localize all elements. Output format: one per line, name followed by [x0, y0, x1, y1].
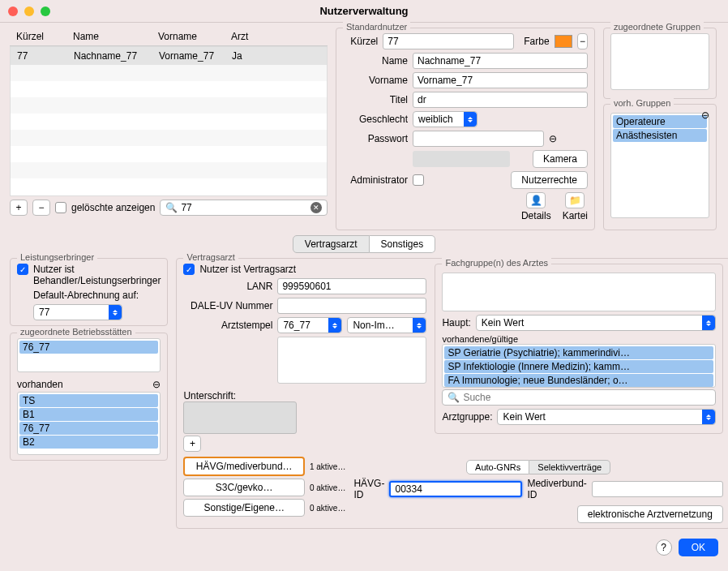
assigned-groups-title: zugeordnete Gruppen	[610, 22, 704, 32]
assigned-groups-list[interactable]	[610, 33, 709, 90]
details-button[interactable]: 👤Details	[521, 192, 551, 221]
col-arzt[interactable]: Arzt	[225, 28, 328, 46]
remove-user-button[interactable]: −	[32, 200, 50, 216]
gear-icon[interactable]: ⊖	[701, 109, 709, 121]
havg-id-label: HÄVG-ID	[353, 478, 384, 500]
add-signature-button[interactable]: +	[183, 436, 201, 452]
vertragsarzt-checkbox[interactable]: ✓	[183, 264, 195, 275]
search-icon: 🔍	[448, 392, 460, 403]
lanr-input[interactable]	[277, 278, 426, 294]
lanr-label: LANR	[183, 281, 272, 292]
stempel-label: Arztstempel	[183, 320, 272, 331]
stempel-select-1[interactable]: 76_77	[277, 317, 342, 333]
s3c-row-button[interactable]: S3C/gevko…	[183, 479, 305, 496]
behandler-label: Nutzer ist Behandler/Leistungserbringer	[33, 264, 161, 286]
arztgruppe-select[interactable]: Kein Wert	[497, 409, 715, 425]
behandler-checkbox[interactable]: ✓	[17, 264, 28, 275]
search-icon: 🔍	[165, 202, 178, 213]
ok-button[interactable]: OK	[679, 539, 718, 556]
list-item[interactable]: FA Immunologie; neue Bundesländer; o…	[444, 374, 713, 387]
leistungserbringer-panel: Leistungserbringer ✓ Nutzer ist Behandle…	[10, 258, 168, 326]
titel-input[interactable]	[413, 92, 588, 108]
fach-available-list[interactable]: SP Geriatrie (Psychiatrie); kammerindivi…	[442, 344, 715, 388]
standardnutzer-panel: Standardnutzer Kürzel Farbe − Name Vorna…	[336, 28, 595, 230]
main-tabs: Vertragsarzt Sonstiges	[10, 235, 718, 253]
show-deleted-label: gelöschte anzeigen	[71, 202, 155, 213]
show-deleted-checkbox[interactable]	[55, 202, 66, 213]
tab-auto-gnrs[interactable]: Auto-GNRs	[466, 460, 529, 474]
admin-label: Administrator	[343, 174, 408, 186]
col-name[interactable]: Name	[66, 28, 152, 46]
nutzerrechte-button[interactable]: Nutzerrechte	[511, 171, 588, 189]
kuerzel-input[interactable]	[383, 33, 514, 49]
list-item[interactable]: Operateure	[613, 115, 707, 128]
available-groups-title: vorh. Gruppen	[610, 98, 674, 108]
vorname-label: Vorname	[343, 75, 408, 86]
list-item[interactable]: SP Geriatrie (Psychiatrie); kammerindivi…	[444, 346, 713, 359]
name-input[interactable]	[413, 53, 588, 69]
kuerzel-label: Kürzel	[343, 36, 378, 47]
list-item[interactable]: Anästhesisten	[613, 129, 707, 142]
kartei-button[interactable]: 📁Kartei	[563, 192, 588, 221]
tab-selektivvertraege[interactable]: Selektivverträge	[529, 460, 610, 474]
color-swatch[interactable]	[555, 35, 573, 48]
dale-label: DALE-UV Nummer	[183, 300, 272, 311]
sonstige-count: 0 aktive…	[310, 504, 345, 513]
default-abrechnung-select[interactable]: 77	[33, 304, 122, 320]
list-item[interactable]: B1	[19, 408, 158, 421]
remove-color-button[interactable]: −	[577, 33, 588, 49]
geschlecht-label: Geschlecht	[343, 114, 408, 125]
list-item[interactable]: 76_77	[19, 422, 158, 435]
col-kuerzel[interactable]: Kürzel	[10, 28, 66, 46]
passwort-input[interactable]	[413, 131, 544, 147]
mediverbund-id-label: Mediverbund-ID	[527, 478, 586, 500]
fachgruppen-panel: Fachgruppe(n) des Arztes Haupt: Kein Wer…	[435, 264, 722, 434]
s3c-count: 0 aktive…	[310, 483, 345, 492]
vorname-input[interactable]	[413, 72, 588, 88]
available-betrieb-list[interactable]: TS B1 76_77 B2	[17, 392, 161, 455]
person-icon: 👤	[526, 192, 546, 208]
geschlecht-select[interactable]: weiblich	[413, 111, 477, 127]
add-user-button[interactable]: +	[10, 200, 28, 216]
admin-checkbox[interactable]	[413, 174, 424, 186]
help-button[interactable]: ?	[656, 539, 672, 556]
search-input[interactable]	[181, 202, 307, 213]
stempel-preview	[277, 337, 426, 384]
haevg-count: 1 aktive…	[310, 462, 345, 471]
list-item[interactable]: B2	[19, 436, 158, 449]
table-row[interactable]: 77 Nachname_77 Vorname_77 Ja	[11, 47, 327, 65]
cell-name: Nachname_77	[67, 47, 152, 65]
tab-vertragsarzt[interactable]: Vertragsarzt	[293, 235, 370, 253]
signature-box	[183, 401, 297, 434]
dale-input[interactable]	[277, 298, 426, 314]
search-field[interactable]: 🔍 ✕	[160, 200, 328, 216]
haupt-select[interactable]: Kein Wert	[476, 315, 716, 331]
clear-search-button[interactable]: ✕	[310, 202, 322, 213]
elek-arztvernetzung-button[interactable]: elektronische Arztvernetzung	[577, 505, 723, 523]
col-vorname[interactable]: Vorname	[152, 28, 225, 46]
cell-vorname: Vorname_77	[152, 47, 225, 65]
fach-search[interactable]: 🔍	[442, 389, 715, 406]
mediverbund-id-input[interactable]	[592, 481, 723, 497]
assigned-betrieb-list[interactable]: 76_77	[17, 338, 161, 372]
havg-id-input[interactable]	[389, 481, 522, 497]
haupt-label: Haupt:	[442, 317, 470, 328]
fach-search-input[interactable]	[463, 392, 709, 403]
available-groups-list[interactable]: Operateure Anästhesisten	[610, 113, 709, 218]
arztgruppe-label: Arztgruppe:	[442, 411, 492, 423]
tab-sonstiges[interactable]: Sonstiges	[370, 235, 436, 253]
list-item[interactable]: TS	[19, 394, 158, 407]
assigned-groups-panel: zugeordnete Gruppen	[603, 28, 717, 99]
list-item[interactable]: 76_77	[19, 341, 158, 354]
default-abrechnung-label: Default-Abrechnung auf:	[33, 290, 161, 301]
kamera-button[interactable]: Kamera	[533, 150, 588, 168]
haevg-row-button[interactable]: HÄVG/mediverbund…	[183, 457, 305, 476]
photo-placeholder	[413, 151, 510, 167]
gear-icon[interactable]: ⊖	[152, 379, 161, 390]
fach-assigned-list[interactable]	[442, 273, 715, 311]
vertragsarzt-label: Nutzer ist Vertragsarzt	[199, 264, 296, 275]
sonstige-row-button[interactable]: Sonstige/Eigene…	[183, 499, 305, 517]
list-item[interactable]: SP Infektiologie (Innere Medizin); kamm…	[444, 360, 713, 373]
reveal-password-icon[interactable]: ⊖	[549, 133, 557, 144]
stempel-select-2[interactable]: Non-Im…	[347, 317, 426, 333]
